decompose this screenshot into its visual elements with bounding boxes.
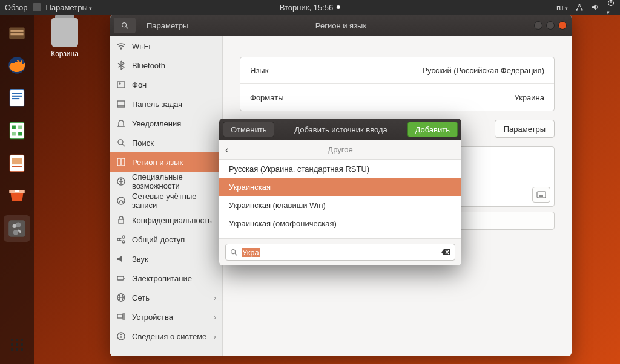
app-menu-icon[interactable] — [33, 3, 41, 11]
a11y-icon — [116, 177, 126, 186]
dock-software-icon[interactable] — [4, 183, 30, 209]
sidebar-item-network[interactable]: Сеть› — [110, 288, 222, 307]
search-input[interactable]: Укра — [225, 244, 455, 261]
svg-point-32 — [118, 140, 123, 145]
input-source-option[interactable]: Украинская (печатная машинка) — [219, 232, 461, 238]
sidebar-item-label: Регион и язык — [132, 158, 183, 167]
svg-point-42 — [122, 241, 125, 243]
svg-point-41 — [122, 236, 125, 238]
svg-point-60 — [231, 250, 236, 254]
category-label: Другое — [328, 145, 352, 154]
sidebar-item-a11y[interactable]: Специальные возможности — [110, 172, 222, 191]
keyboard-layout-preview-button[interactable] — [532, 187, 550, 203]
titlebar-left-title: Параметры — [147, 21, 188, 30]
keyboard-indicator[interactable]: ru — [556, 3, 568, 12]
input-source-option[interactable]: Русская (Украина, стандартная RSTU) — [219, 160, 461, 178]
sidebar-item-region[interactable]: Регион и язык — [110, 152, 222, 172]
svg-rect-55 — [537, 192, 546, 198]
svg-rect-17 — [18, 132, 22, 135]
svg-rect-19 — [12, 158, 22, 165]
sidebar-item-lock[interactable]: Конфиденциальность — [110, 210, 222, 230]
clear-search-icon[interactable] — [441, 249, 451, 256]
network-indicator-icon[interactable] — [575, 3, 584, 11]
svg-rect-15 — [18, 126, 22, 129]
back-button[interactable]: ‹ — [225, 145, 228, 155]
sidebar-item-bell[interactable]: Уведомления — [110, 114, 222, 133]
sidebar-item-share[interactable]: Общий доступ — [110, 230, 222, 249]
sidebar-item-dock[interactable]: Панель задач — [110, 94, 222, 114]
accounts-icon — [116, 196, 126, 206]
dock — [0, 15, 34, 364]
svg-rect-39 — [119, 219, 124, 223]
svg-line-44 — [120, 240, 122, 241]
svg-rect-51 — [123, 314, 125, 319]
dock-firefox-icon[interactable] — [4, 52, 30, 79]
sidebar-item-background[interactable]: Фон — [110, 75, 222, 94]
language-row[interactable]: Язык Русский (Российская Федерация) — [240, 57, 554, 84]
sidebar-item-accounts[interactable]: Сетевые учётные записи — [110, 191, 222, 210]
input-source-option[interactable]: Украинская — [219, 178, 461, 196]
svg-rect-7 — [10, 33, 23, 35]
svg-rect-14 — [12, 126, 16, 129]
dock-writer-icon[interactable] — [4, 85, 30, 111]
dock-impress-icon[interactable] — [4, 150, 30, 177]
dock-icon — [116, 99, 126, 109]
dock-settings-icon[interactable] — [4, 215, 30, 242]
svg-rect-30 — [117, 101, 125, 107]
svg-rect-10 — [12, 93, 22, 94]
formats-row[interactable]: Форматы Украина — [240, 84, 554, 111]
svg-rect-20 — [12, 166, 22, 167]
show-applications-button[interactable] — [4, 331, 30, 358]
window-close-button[interactable] — [558, 21, 567, 30]
svg-point-24 — [13, 224, 16, 228]
sidebar-item-bluetooth[interactable]: Bluetooth — [110, 56, 222, 75]
svg-rect-13 — [10, 122, 24, 139]
cancel-button[interactable]: Отменить — [223, 122, 274, 137]
svg-point-37 — [120, 179, 122, 180]
manage-languages-button[interactable]: Параметры — [495, 120, 555, 138]
input-source-option[interactable]: Украинская (омофоническая) — [219, 214, 461, 232]
sidebar-item-label: Фон — [132, 80, 147, 89]
about-icon — [116, 331, 126, 341]
sidebar-item-label: Поиск — [132, 138, 154, 148]
dialog-title: Добавить источник ввода — [294, 125, 388, 134]
window-minimize-button[interactable] — [534, 21, 542, 30]
search-icon — [116, 138, 126, 148]
titlebar-center-title: Регион и язык — [315, 21, 366, 30]
activities-button[interactable]: Обзор — [5, 3, 28, 12]
input-source-option[interactable]: Украинская (клавиши Win) — [219, 196, 461, 214]
dock-calc-icon[interactable] — [4, 117, 30, 144]
sidebar-item-devices[interactable]: Устройства› — [110, 307, 222, 327]
desktop-trash[interactable]: Корзина — [44, 18, 86, 58]
bell-icon — [116, 119, 126, 128]
sidebar-item-about[interactable]: Сведения о системе› — [110, 327, 222, 346]
svg-point-54 — [121, 334, 122, 335]
region-icon — [116, 157, 126, 167]
svg-line-33 — [122, 144, 125, 146]
sidebar-item-power[interactable]: Электропитание — [110, 268, 222, 288]
power-indicator-icon[interactable] — [607, 0, 615, 16]
sidebar-item-label: Устройства — [132, 313, 173, 322]
titlebar-search-button[interactable] — [114, 18, 136, 33]
sidebar-item-sound[interactable]: Звук — [110, 249, 222, 268]
window-maximize-button[interactable] — [546, 21, 555, 30]
sidebar-item-search[interactable]: Поиск — [110, 133, 222, 152]
dock-files-icon[interactable] — [4, 19, 30, 46]
sidebar-item-label: Электропитание — [132, 274, 192, 283]
chevron-right-icon: › — [214, 293, 216, 302]
trash-label: Корзина — [44, 50, 86, 58]
sidebar-item-wifi[interactable]: Wi-Fi — [110, 36, 222, 56]
svg-rect-12 — [12, 98, 20, 99]
clock[interactable]: Вторник, 15:56 — [280, 3, 333, 12]
sidebar-item-label: Bluetooth — [132, 61, 165, 70]
sidebar-item-label: Wi-Fi — [132, 42, 150, 51]
svg-rect-16 — [12, 132, 16, 135]
sidebar-item-label: Конфиденциальность — [132, 216, 212, 225]
language-value: Русский (Российская Федерация) — [422, 66, 544, 75]
volume-indicator-icon[interactable] — [591, 3, 599, 11]
add-button[interactable]: Добавить — [407, 122, 458, 137]
app-menu-label[interactable]: Параметры — [46, 3, 93, 12]
sound-icon — [116, 254, 126, 264]
search-icon — [229, 248, 238, 256]
svg-rect-34 — [117, 158, 120, 166]
